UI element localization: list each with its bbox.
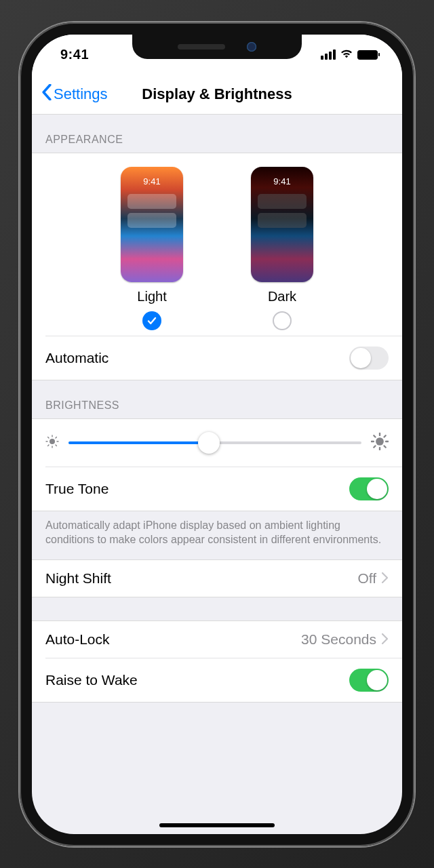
dark-label: Dark — [268, 289, 296, 304]
truetone-toggle[interactable] — [349, 477, 389, 500]
svg-line-7 — [56, 437, 56, 437]
autolock-value: 30 Seconds — [301, 631, 376, 648]
svg-line-6 — [56, 445, 56, 446]
status-time: 9:41 — [60, 47, 89, 62]
automatic-toggle[interactable] — [349, 347, 389, 370]
svg-line-15 — [384, 446, 386, 447]
brightness-slider-row — [32, 419, 402, 467]
svg-line-8 — [48, 445, 49, 446]
nightshift-label: Night Shift — [45, 570, 111, 587]
page-title: Display & Brightness — [142, 85, 292, 103]
sun-min-icon — [45, 435, 59, 451]
notch — [132, 35, 302, 59]
sun-max-icon — [371, 433, 389, 453]
dark-thumbnail: 9:41 — [251, 167, 313, 282]
content: APPEARANCE 9:41 Light — [32, 115, 402, 834]
light-radio[interactable] — [142, 311, 161, 330]
raisewake-label: Raise to Wake — [45, 672, 138, 688]
autolock-value-wrap: 30 Seconds — [301, 631, 389, 648]
truetone-label: True Tone — [45, 481, 108, 497]
brightness-group: True Tone — [32, 418, 402, 511]
automatic-row: Automatic — [32, 336, 402, 380]
appearance-option-light[interactable]: 9:41 Light — [121, 167, 183, 330]
brightness-slider[interactable] — [68, 431, 361, 454]
nightshift-value: Off — [357, 570, 376, 587]
speaker-grille — [178, 44, 225, 50]
light-thumbnail: 9:41 — [121, 167, 183, 282]
nightshift-group: Night Shift Off — [32, 559, 402, 597]
chevron-left-icon — [41, 84, 52, 104]
svg-line-5 — [48, 437, 49, 437]
thumb-time-light: 9:41 — [121, 176, 183, 186]
light-label: Light — [137, 289, 166, 304]
checkmark-icon — [146, 315, 157, 326]
autolock-row[interactable]: Auto-Lock 30 Seconds — [32, 621, 402, 658]
dark-radio[interactable] — [273, 311, 292, 330]
autolock-label: Auto-Lock — [45, 631, 110, 648]
nightshift-row[interactable]: Night Shift Off — [32, 560, 402, 597]
wifi-icon — [340, 49, 353, 61]
back-label: Settings — [54, 85, 108, 103]
battery-icon — [357, 50, 378, 60]
screen: 9:41 Settings Display & Brightness APPEA… — [32, 35, 402, 834]
nightshift-value-wrap: Off — [357, 570, 389, 587]
brightness-header: BRIGHTNESS — [32, 380, 402, 418]
truetone-row: True Tone — [32, 467, 402, 511]
thumb-time-dark: 9:41 — [251, 176, 313, 186]
svg-point-9 — [376, 437, 384, 446]
appearance-header: APPEARANCE — [32, 115, 402, 153]
front-camera — [247, 42, 256, 52]
wake-group: Auto-Lock 30 Seconds Raise to Wake — [32, 620, 402, 703]
chevron-right-icon — [382, 570, 389, 587]
svg-point-0 — [50, 439, 55, 444]
back-button[interactable]: Settings — [41, 84, 108, 104]
automatic-label: Automatic — [45, 350, 108, 366]
appearance-group: 9:41 Light 9:41 Dark — [32, 153, 402, 380]
svg-line-17 — [374, 446, 375, 447]
truetone-footnote: Automatically adapt iPhone display based… — [32, 511, 402, 559]
cellular-icon — [321, 50, 336, 60]
nav-bar: Settings Display & Brightness — [32, 75, 402, 115]
home-indicator[interactable] — [159, 823, 275, 827]
raisewake-toggle[interactable] — [349, 669, 389, 692]
appearance-option-dark[interactable]: 9:41 Dark — [251, 167, 313, 330]
appearance-options: 9:41 Light 9:41 Dark — [32, 153, 402, 336]
raisewake-row: Raise to Wake — [32, 658, 402, 702]
chevron-right-icon — [382, 631, 389, 648]
svg-line-14 — [374, 435, 375, 437]
status-indicators — [321, 49, 378, 61]
svg-line-16 — [384, 435, 386, 437]
phone-frame: 9:41 Settings Display & Brightness APPEA… — [20, 22, 414, 846]
